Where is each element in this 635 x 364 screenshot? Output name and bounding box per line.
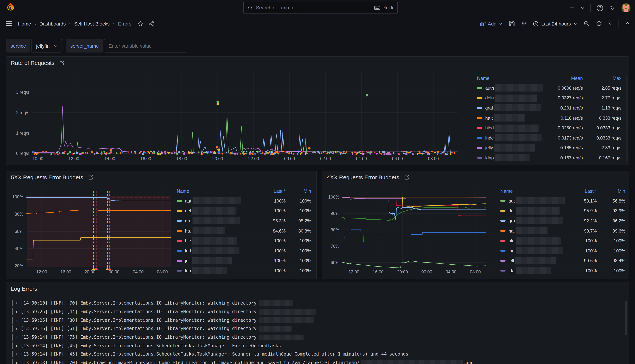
external-link-icon[interactable] xyxy=(60,60,65,65)
legend-row[interactable]: jelly0.185 req/s2.33 req/s xyxy=(466,143,628,153)
series-name[interactable]: ldap xyxy=(485,155,494,160)
legend-col-1[interactable]: Last * xyxy=(241,187,286,196)
legend-row[interactable]: ha.t0.118 req/s0.333 req/s xyxy=(466,113,628,123)
legend-row[interactable]: delu0.0327 req/s2.77 req/s xyxy=(466,93,628,103)
add-plus-icon[interactable] xyxy=(569,5,575,11)
variable-input-server-name[interactable] xyxy=(104,39,187,52)
panel-title[interactable]: Rate of Requests xyxy=(11,60,55,66)
log-line[interactable]: ›[14:00:10] [INF] [70] Emby.Server.Imple… xyxy=(12,299,624,307)
series-name[interactable]: graf xyxy=(485,106,493,111)
legend-row[interactable]: hle100%100% xyxy=(166,236,315,246)
legend-row[interactable]: graf0.201 req/s1.13 req/s xyxy=(466,103,628,113)
series-name[interactable]: ha. xyxy=(508,228,515,234)
grafana-logo-icon[interactable] xyxy=(5,2,16,14)
log-expand-chevron-icon[interactable]: › xyxy=(16,318,17,323)
series-name[interactable]: inde xyxy=(485,136,494,141)
legend-row[interactable]: jell99.6%98.4% xyxy=(489,256,628,266)
refresh-icon[interactable] xyxy=(596,21,602,27)
legend-row[interactable]: ha.84.6%80.8% xyxy=(166,226,315,236)
log-expand-chevron-icon[interactable]: › xyxy=(16,334,17,340)
legend-row[interactable]: hle100%100% xyxy=(489,236,628,246)
time-range-picker[interactable]: Last 24 hours xyxy=(533,21,577,26)
chevron-down-icon[interactable] xyxy=(580,6,585,10)
collapse-topbar-icon[interactable] xyxy=(625,22,630,26)
series-name[interactable]: del xyxy=(185,208,191,214)
series-name[interactable]: gra xyxy=(185,218,192,224)
external-link-icon[interactable] xyxy=(404,175,409,180)
series-name[interactable]: ha.t xyxy=(485,115,493,120)
log-line[interactable]: ›[13:59:14] [INF] [45] Emby.Server.Imple… xyxy=(12,350,624,358)
legend-col-name[interactable]: Name xyxy=(477,76,490,81)
legend-row[interactable]: ind100%100% xyxy=(166,246,315,256)
series-name[interactable]: jelly xyxy=(485,145,493,150)
logs-scrollbar[interactable] xyxy=(625,301,627,335)
legend-col-2[interactable]: Max xyxy=(584,74,621,83)
series-name[interactable]: ind xyxy=(508,248,514,254)
series-name[interactable]: lda xyxy=(508,268,514,274)
legend-row[interactable]: ha.99.7%99.6% xyxy=(489,226,628,236)
series-name[interactable]: jell xyxy=(508,258,514,264)
variable-select-service[interactable]: jellyfin xyxy=(31,39,62,52)
panel-title[interactable]: 5XX Requests Error Budgets xyxy=(11,174,83,180)
series-name[interactable]: hled xyxy=(485,125,494,130)
breadcrumb-item[interactable]: Home xyxy=(18,21,31,26)
series-name[interactable]: hle xyxy=(508,238,514,244)
log-line[interactable]: ›[13:59:13] [INF] [70] Emby.Drawing.Imag… xyxy=(12,358,624,364)
log-line[interactable]: ›[13:59:14] [INF] [75] Emby.Server.Imple… xyxy=(12,333,624,342)
legend-col-2[interactable]: Min xyxy=(281,187,311,196)
legend-row[interactable]: lda100%100% xyxy=(166,266,315,276)
series-name[interactable]: aut xyxy=(508,198,515,204)
help-icon[interactable] xyxy=(596,4,603,12)
legend-row[interactable]: aut100%100% xyxy=(166,196,315,206)
legend-row[interactable]: del95.9%93.9% xyxy=(489,206,628,216)
dashboard-settings-icon[interactable]: ⚙ xyxy=(521,21,527,27)
legend-row[interactable]: ind100%100% xyxy=(489,246,628,256)
log-expand-chevron-icon[interactable]: › xyxy=(16,343,17,348)
log-expand-chevron-icon[interactable]: › xyxy=(16,360,17,364)
legend-col-1[interactable]: Last * xyxy=(552,187,597,196)
log-expand-chevron-icon[interactable]: › xyxy=(16,326,17,331)
log-expand-chevron-icon[interactable]: › xyxy=(16,300,17,306)
log-line[interactable]: ›[13:59:14] [INF] [45] Emby.Server.Imple… xyxy=(12,342,624,350)
panel-title[interactable]: Log Errors xyxy=(11,286,37,292)
log-expand-chevron-icon[interactable]: › xyxy=(16,309,17,314)
legend-col-2[interactable]: Min xyxy=(593,187,625,196)
legend-col-name[interactable]: Name xyxy=(500,189,513,194)
search-input[interactable]: Search or jump to... ctrl+k xyxy=(243,2,398,14)
series-name[interactable]: gra xyxy=(508,218,515,224)
legend-row[interactable]: jell100%100% xyxy=(166,256,315,266)
log-line[interactable]: ›[13:59:25] [INF] [80] Emby.Server.Imple… xyxy=(12,316,624,324)
share-icon[interactable] xyxy=(149,21,155,27)
series-name[interactable]: ind xyxy=(185,248,191,254)
log-expand-chevron-icon[interactable]: › xyxy=(16,352,17,357)
legend-row[interactable]: hled0.0250 req/s0.0333 req/s xyxy=(466,123,628,133)
legend-row[interactable]: ldap0.167 req/s0.167 req/s xyxy=(466,153,628,162)
log-line[interactable]: ›[13:59:16] [INF] [61] Emby.Server.Imple… xyxy=(12,324,624,333)
legend-col-1[interactable]: Mean xyxy=(526,74,583,83)
hamburger-menu-icon[interactable] xyxy=(5,21,12,27)
legend-row[interactable]: inde0.0173 req/s0.0333 req/s xyxy=(466,133,628,143)
series-name[interactable]: lda xyxy=(185,268,191,274)
legend-row[interactable]: aut58.1%56.8% xyxy=(489,196,628,206)
news-rss-icon[interactable] xyxy=(609,4,616,11)
legend-row[interactable]: gra92.2%86.2% xyxy=(489,216,628,226)
series-name[interactable]: del xyxy=(508,208,514,214)
series-name[interactable]: jell xyxy=(185,258,191,264)
legend-scrollbar[interactable] xyxy=(625,75,627,162)
star-icon[interactable] xyxy=(137,21,143,27)
legend-row[interactable]: lda100%100% xyxy=(489,266,628,276)
series-name[interactable]: delu xyxy=(485,96,494,101)
breadcrumb-item[interactable]: Self Host Blocks xyxy=(74,21,110,26)
series-name[interactable]: aut xyxy=(185,198,191,204)
legend-row[interactable]: gra95.3%95.2% xyxy=(166,216,315,226)
log-line[interactable]: ›[13:59:25] [INF] [44] Emby.Server.Imple… xyxy=(12,307,624,316)
legend-col-name[interactable]: Name xyxy=(177,189,189,194)
user-avatar[interactable] xyxy=(621,4,630,12)
legend-row[interactable]: auth0.0608 req/s2.85 req/s xyxy=(466,83,628,93)
series-name[interactable]: auth xyxy=(485,86,494,91)
external-link-icon[interactable] xyxy=(88,175,93,180)
series-name[interactable]: hle xyxy=(185,238,191,244)
breadcrumb-item[interactable]: Dashboards xyxy=(40,21,66,26)
save-dashboard-icon[interactable] xyxy=(509,21,515,27)
legend-row[interactable]: del100%100% xyxy=(166,206,315,216)
